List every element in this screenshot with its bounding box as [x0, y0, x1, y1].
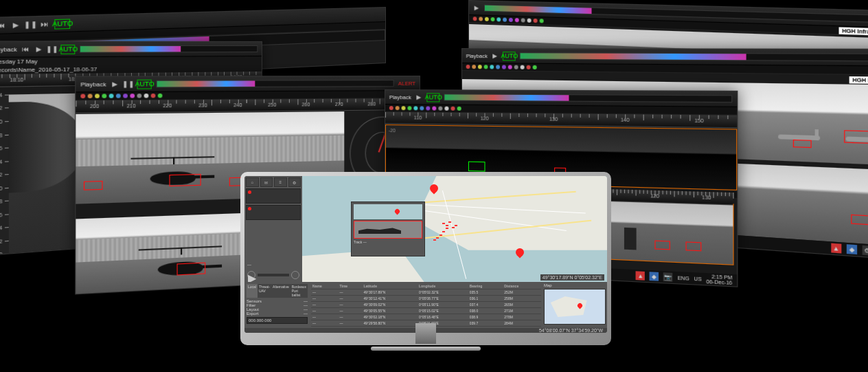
channel-dot[interactable] [123, 94, 128, 98]
play-icon[interactable]: ▶ [12, 21, 21, 30]
tracks-table[interactable]: NameTimeLatitudeLongitudeBearingDistance… [310, 282, 542, 328]
channel-dot[interactable] [502, 65, 506, 69]
taskbar-app-icon[interactable]: ⚙ [862, 245, 868, 256]
play-controls[interactable]: ▶ [246, 270, 301, 281]
track-thumb[interactable] [246, 188, 301, 204]
channel-dot[interactable] [420, 106, 424, 110]
col-header[interactable]: Bearing [468, 283, 503, 289]
channel-dot[interactable] [534, 19, 538, 23]
auto-badge[interactable]: AUTO [55, 19, 71, 29]
col-header[interactable]: Latitude [362, 283, 418, 289]
track-thumb[interactable] [246, 205, 301, 220]
channel-dot[interactable] [466, 65, 470, 69]
filter-tab[interactable]: Alternative [271, 284, 290, 298]
table-row[interactable]: ——49°30'05.55"N0°05'15.02"E038.0271M [311, 308, 541, 314]
skip-fwd-icon[interactable]: ⏭ [41, 20, 49, 29]
minimap[interactable] [544, 289, 606, 325]
side-row[interactable]: Export— [247, 311, 308, 316]
channel-dot[interactable] [472, 65, 476, 69]
channel-dot[interactable] [451, 107, 455, 111]
taskbar-app-icon[interactable]: ▲ [636, 271, 645, 280]
skip-back-icon[interactable]: ⏮ [22, 45, 31, 54]
channel-dot[interactable] [496, 65, 500, 69]
channel-dot[interactable] [473, 17, 477, 21]
table-row[interactable]: ——49°30'02.18"N0°05'18.48"E038.9278M [311, 314, 541, 320]
scrub-mini[interactable] [258, 274, 289, 276]
play-icon[interactable]: ▶ [492, 52, 499, 60]
channel-dot[interactable] [496, 17, 501, 21]
channel-dot[interactable] [514, 65, 518, 69]
channel-dot[interactable] [396, 106, 400, 110]
channel-dot[interactable] [478, 65, 482, 69]
channel-dot[interactable] [389, 106, 393, 110]
channel-dot[interactable] [485, 17, 489, 21]
auto-badge[interactable]: AUTO [61, 44, 76, 54]
channel-dot[interactable] [438, 107, 442, 111]
auto-badge[interactable]: AUTO [137, 79, 152, 89]
skip-back-icon[interactable]: ⏮ [0, 21, 6, 30]
ip-input[interactable]: 000.000.000 [247, 317, 308, 324]
channel-dot[interactable] [503, 18, 507, 22]
channel-dot[interactable] [137, 94, 142, 98]
col-header[interactable]: Name [311, 283, 338, 289]
side-icon[interactable]: ≡ [274, 177, 287, 187]
pause-icon[interactable]: ❚❚ [124, 80, 133, 88]
channel-dot[interactable] [491, 17, 495, 21]
pause-icon[interactable]: ❚❚ [48, 45, 56, 54]
channel-dot[interactable] [80, 94, 85, 99]
scrub-bar[interactable] [520, 52, 868, 61]
channel-dot[interactable] [527, 19, 532, 23]
auto-badge[interactable]: AUTO [503, 52, 516, 61]
table-row[interactable]: ——49°30'12.41"N0°05'08.77"E036.1258M [311, 296, 541, 302]
scrub-bar[interactable] [444, 94, 732, 102]
channel-dot[interactable] [109, 94, 114, 98]
channel-dot[interactable] [444, 107, 448, 111]
play-icon[interactable]: ▶ [35, 45, 43, 54]
channel-dot[interactable] [426, 106, 430, 110]
channel-dot[interactable] [413, 106, 418, 110]
col-header[interactable]: Longitude [418, 283, 468, 289]
play-knob-icon[interactable]: ▶ [247, 271, 255, 279]
play-icon[interactable]: ▶ [415, 94, 423, 101]
scrub-bar[interactable] [80, 45, 258, 53]
play-icon[interactable]: ▶ [473, 4, 481, 12]
main-map[interactable]: Track — 49°30'17.89"N 0°05'02.32"E [302, 176, 607, 282]
auto-badge[interactable]: AUTO [427, 93, 440, 102]
side-icon[interactable]: ⌂ [246, 177, 259, 187]
play-icon[interactable]: ▶ [111, 80, 119, 88]
scrub-bar[interactable] [157, 80, 394, 87]
filter-tab[interactable]: Local [247, 284, 258, 298]
end-knob-icon[interactable] [291, 271, 299, 279]
channel-dot[interactable] [116, 94, 121, 98]
camera-icon[interactable]: 📷 [663, 272, 673, 282]
channel-dot[interactable] [484, 65, 488, 69]
channel-dot[interactable] [407, 106, 411, 110]
table-row[interactable]: ——49°30'09.02"N0°05'11.90"E037.4265M [311, 302, 541, 308]
table-row[interactable]: ——49°30'17.89"N0°05'02.32"E035.5252M [311, 289, 541, 296]
col-header[interactable]: Time [339, 283, 363, 289]
side-icon[interactable]: ⚙ [288, 177, 301, 187]
channel-dot[interactable] [88, 94, 93, 98]
taskbar-lang[interactable]: ENG [678, 275, 689, 281]
channel-dot[interactable] [533, 65, 537, 69]
taskbar-app-icon[interactable]: ▲ [831, 243, 841, 254]
channel-dot[interactable] [515, 18, 519, 22]
channel-dot[interactable] [457, 107, 461, 111]
channel-dot[interactable] [151, 94, 156, 98]
channel-dot[interactable] [158, 94, 163, 98]
channel-dot[interactable] [130, 94, 135, 98]
channel-dot[interactable] [432, 107, 436, 111]
filter-tab[interactable]: Bordeaux Port ballist [290, 284, 308, 298]
pause-icon[interactable]: ❚❚ [26, 20, 36, 29]
channel-dot[interactable] [527, 65, 531, 69]
channel-dot[interactable] [144, 94, 149, 98]
channel-dot[interactable] [490, 65, 494, 69]
channel-dot[interactable] [95, 94, 100, 98]
target-popup[interactable]: Track — [351, 201, 425, 256]
taskbar-app-icon[interactable]: ◆ [847, 244, 857, 254]
taskbar-app-icon[interactable]: ◆ [650, 272, 659, 281]
channel-dot[interactable] [508, 65, 512, 69]
channel-dot[interactable] [521, 65, 525, 69]
filter-tab[interactable]: Threat-UAV [258, 284, 271, 298]
channel-dot[interactable] [402, 106, 406, 110]
